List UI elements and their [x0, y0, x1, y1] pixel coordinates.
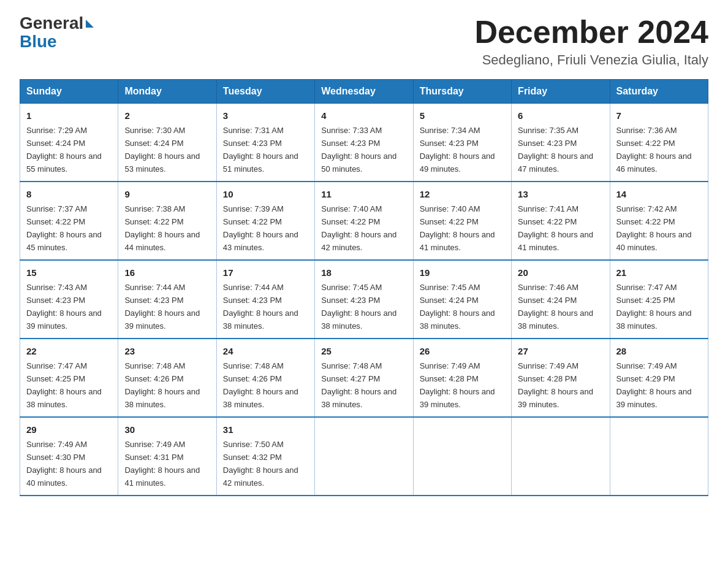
calendar-cell: 31Sunrise: 7:50 AMSunset: 4:32 PMDayligh…: [216, 417, 314, 496]
day-info: Sunrise: 7:31 AMSunset: 4:23 PMDaylight:…: [223, 126, 298, 174]
day-number: 5: [420, 109, 505, 123]
calendar-cell: 3Sunrise: 7:31 AMSunset: 4:23 PMDaylight…: [216, 104, 314, 182]
day-number: 18: [321, 266, 406, 280]
day-info: Sunrise: 7:33 AMSunset: 4:23 PMDaylight:…: [321, 126, 396, 174]
day-info: Sunrise: 7:43 AMSunset: 4:23 PMDaylight:…: [26, 283, 102, 331]
day-info: Sunrise: 7:49 AMSunset: 4:29 PMDaylight:…: [616, 361, 692, 409]
day-info: Sunrise: 7:30 AMSunset: 4:24 PMDaylight:…: [124, 126, 200, 174]
day-info: Sunrise: 7:44 AMSunset: 4:23 PMDaylight:…: [223, 283, 298, 331]
day-number: 1: [26, 109, 112, 123]
calendar-cell: 13Sunrise: 7:41 AMSunset: 4:22 PMDayligh…: [512, 182, 610, 260]
header-cell-friday: Friday: [512, 80, 610, 104]
header-row: SundayMondayTuesdayWednesdayThursdayFrid…: [20, 80, 708, 104]
day-info: Sunrise: 7:49 AMSunset: 4:30 PMDaylight:…: [26, 440, 102, 488]
day-info: Sunrise: 7:29 AMSunset: 4:24 PMDaylight:…: [26, 126, 102, 174]
location-subtitle: Sedegliano, Friuli Venezia Giulia, Italy: [474, 52, 708, 68]
logo-blue-text: Blue: [20, 32, 57, 52]
day-number: 2: [124, 109, 210, 123]
header-cell-monday: Monday: [118, 80, 216, 104]
logo-general-text: General: [20, 15, 83, 32]
day-info: Sunrise: 7:41 AMSunset: 4:22 PMDaylight:…: [518, 204, 593, 252]
calendar-cell: 23Sunrise: 7:48 AMSunset: 4:26 PMDayligh…: [118, 339, 216, 417]
calendar-cell: 5Sunrise: 7:34 AMSunset: 4:23 PMDaylight…: [413, 104, 511, 182]
calendar-week-1: 1Sunrise: 7:29 AMSunset: 4:24 PMDaylight…: [20, 104, 708, 182]
calendar-week-5: 29Sunrise: 7:49 AMSunset: 4:30 PMDayligh…: [20, 417, 708, 496]
day-info: Sunrise: 7:46 AMSunset: 4:24 PMDaylight:…: [518, 283, 593, 331]
day-info: Sunrise: 7:48 AMSunset: 4:26 PMDaylight:…: [223, 361, 298, 409]
page-header: General Blue December 2024 Sedegliano, F…: [20, 15, 708, 68]
calendar-cell: 6Sunrise: 7:35 AMSunset: 4:23 PMDaylight…: [512, 104, 610, 182]
month-title: December 2024: [474, 15, 708, 50]
calendar-cell: 15Sunrise: 7:43 AMSunset: 4:23 PMDayligh…: [20, 260, 118, 339]
calendar-cell: 28Sunrise: 7:49 AMSunset: 4:29 PMDayligh…: [610, 339, 708, 417]
day-info: Sunrise: 7:45 AMSunset: 4:24 PMDaylight:…: [420, 283, 495, 331]
day-number: 26: [420, 344, 505, 358]
calendar-cell: [315, 417, 413, 496]
calendar-cell: 30Sunrise: 7:49 AMSunset: 4:31 PMDayligh…: [118, 417, 216, 496]
calendar-body: 1Sunrise: 7:29 AMSunset: 4:24 PMDaylight…: [20, 104, 708, 496]
day-number: 3: [223, 109, 308, 123]
day-number: 28: [616, 344, 702, 358]
header-cell-thursday: Thursday: [413, 80, 511, 104]
day-number: 17: [223, 266, 308, 280]
day-info: Sunrise: 7:36 AMSunset: 4:22 PMDaylight:…: [616, 126, 692, 174]
day-number: 22: [26, 344, 112, 358]
header-cell-wednesday: Wednesday: [315, 80, 413, 104]
day-info: Sunrise: 7:45 AMSunset: 4:23 PMDaylight:…: [321, 283, 396, 331]
calendar-cell: 26Sunrise: 7:49 AMSunset: 4:28 PMDayligh…: [413, 339, 511, 417]
day-info: Sunrise: 7:40 AMSunset: 4:22 PMDaylight:…: [321, 204, 396, 252]
day-info: Sunrise: 7:49 AMSunset: 4:28 PMDaylight:…: [518, 361, 593, 409]
calendar-cell: [413, 417, 511, 496]
calendar-cell: 2Sunrise: 7:30 AMSunset: 4:24 PMDaylight…: [118, 104, 216, 182]
day-info: Sunrise: 7:34 AMSunset: 4:23 PMDaylight:…: [420, 126, 495, 174]
day-number: 31: [223, 423, 308, 437]
calendar-cell: [512, 417, 610, 496]
day-number: 19: [420, 266, 505, 280]
calendar-week-3: 15Sunrise: 7:43 AMSunset: 4:23 PMDayligh…: [20, 260, 708, 339]
day-number: 27: [518, 344, 603, 358]
day-number: 24: [223, 344, 308, 358]
day-info: Sunrise: 7:38 AMSunset: 4:22 PMDaylight:…: [124, 204, 200, 252]
day-number: 16: [124, 266, 210, 280]
calendar-cell: 8Sunrise: 7:37 AMSunset: 4:22 PMDaylight…: [20, 182, 118, 260]
calendar-week-4: 22Sunrise: 7:47 AMSunset: 4:25 PMDayligh…: [20, 339, 708, 417]
calendar-cell: 10Sunrise: 7:39 AMSunset: 4:22 PMDayligh…: [216, 182, 314, 260]
header-cell-saturday: Saturday: [610, 80, 708, 104]
calendar-cell: 12Sunrise: 7:40 AMSunset: 4:22 PMDayligh…: [413, 182, 511, 260]
day-info: Sunrise: 7:40 AMSunset: 4:22 PMDaylight:…: [420, 204, 495, 252]
day-number: 30: [124, 423, 210, 437]
calendar-cell: 14Sunrise: 7:42 AMSunset: 4:22 PMDayligh…: [610, 182, 708, 260]
calendar-cell: 24Sunrise: 7:48 AMSunset: 4:26 PMDayligh…: [216, 339, 314, 417]
day-number: 6: [518, 109, 603, 123]
calendar-cell: 21Sunrise: 7:47 AMSunset: 4:25 PMDayligh…: [610, 260, 708, 339]
calendar-cell: 19Sunrise: 7:45 AMSunset: 4:24 PMDayligh…: [413, 260, 511, 339]
day-number: 9: [124, 187, 210, 201]
calendar-cell: 4Sunrise: 7:33 AMSunset: 4:23 PMDaylight…: [315, 104, 413, 182]
day-info: Sunrise: 7:48 AMSunset: 4:27 PMDaylight:…: [321, 361, 396, 409]
day-info: Sunrise: 7:49 AMSunset: 4:31 PMDaylight:…: [124, 440, 200, 488]
day-number: 23: [124, 344, 210, 358]
day-number: 8: [26, 187, 112, 201]
calendar-cell: 27Sunrise: 7:49 AMSunset: 4:28 PMDayligh…: [512, 339, 610, 417]
calendar-cell: 7Sunrise: 7:36 AMSunset: 4:22 PMDaylight…: [610, 104, 708, 182]
day-number: 7: [616, 109, 702, 123]
day-info: Sunrise: 7:47 AMSunset: 4:25 PMDaylight:…: [616, 283, 692, 331]
day-number: 20: [518, 266, 603, 280]
day-info: Sunrise: 7:49 AMSunset: 4:28 PMDaylight:…: [420, 361, 495, 409]
logo: General Blue: [20, 15, 94, 52]
calendar-cell: 16Sunrise: 7:44 AMSunset: 4:23 PMDayligh…: [118, 260, 216, 339]
day-number: 10: [223, 187, 308, 201]
day-info: Sunrise: 7:37 AMSunset: 4:22 PMDaylight:…: [26, 204, 102, 252]
day-info: Sunrise: 7:48 AMSunset: 4:26 PMDaylight:…: [124, 361, 200, 409]
day-info: Sunrise: 7:35 AMSunset: 4:23 PMDaylight:…: [518, 126, 593, 174]
calendar-cell: 25Sunrise: 7:48 AMSunset: 4:27 PMDayligh…: [315, 339, 413, 417]
day-number: 13: [518, 187, 603, 201]
calendar-table: SundayMondayTuesdayWednesdayThursdayFrid…: [20, 79, 708, 496]
day-info: Sunrise: 7:44 AMSunset: 4:23 PMDaylight:…: [124, 283, 200, 331]
calendar-cell: [610, 417, 708, 496]
header-cell-sunday: Sunday: [20, 80, 118, 104]
title-block: December 2024 Sedegliano, Friuli Venezia…: [474, 15, 708, 68]
calendar-cell: 29Sunrise: 7:49 AMSunset: 4:30 PMDayligh…: [20, 417, 118, 496]
calendar-cell: 22Sunrise: 7:47 AMSunset: 4:25 PMDayligh…: [20, 339, 118, 417]
day-number: 25: [321, 344, 406, 358]
